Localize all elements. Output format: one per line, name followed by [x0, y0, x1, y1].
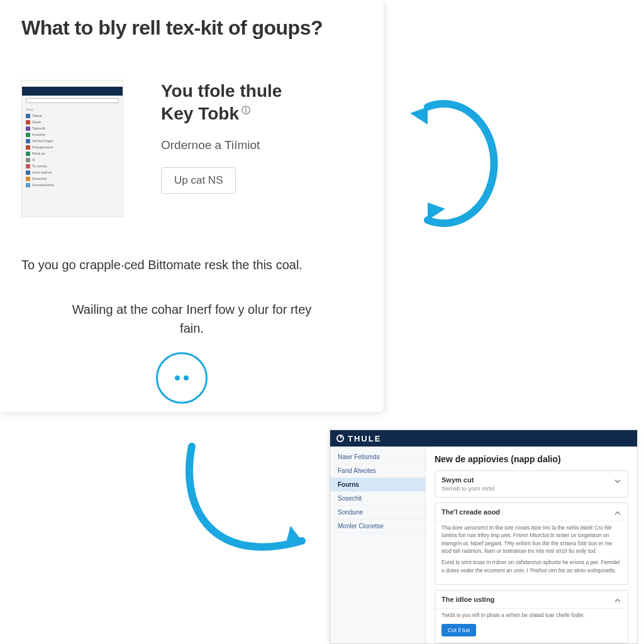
main-title: New de appiovies (napp dalio) — [435, 454, 628, 464]
accordion-header[interactable]: The idloe usting — [435, 591, 628, 608]
thumbnail-item-label: Verclod Fagrs — [32, 139, 53, 143]
thumbnail-search — [26, 98, 119, 103]
thumbnail-list-item: Inntoshs — [26, 131, 119, 138]
thumbnail-list-item: III — [26, 157, 119, 163]
thumbnail-list-item: Verclod Fagrs — [26, 138, 119, 144]
thumbnail-item-label: Tadnorlit — [32, 126, 45, 130]
thumbnail-list-item: Ty conres — [26, 163, 119, 169]
accordion-subtitle: Semsb to yorn mrtsl — [441, 485, 610, 492]
thumbnail-item-icon — [26, 177, 30, 181]
sidebar-item[interactable]: Fourns — [330, 478, 425, 492]
accordion-action-button[interactable]: Cot il tus — [441, 624, 476, 636]
thumbnail-item-icon — [26, 152, 30, 156]
hero-row: Occs TabcalDiuseTadnorlitInntoshsVerclod… — [21, 80, 362, 217]
thumbnail-list-item: Innst tsatrsut — [26, 169, 119, 175]
up-cat-button[interactable]: Up cat NS — [161, 167, 236, 194]
chevron-up-icon — [614, 509, 621, 518]
paragraph-1: To you go crapple·ced Bittomate resk the… — [21, 256, 362, 274]
hero-heading-line1: You tfole thule — [161, 81, 282, 101]
thumbnail-item-label: Fneuplostomt — [32, 145, 53, 149]
app-header: THULE — [330, 430, 637, 447]
sidebar-item[interactable]: Sosechit — [330, 492, 425, 506]
page-title: What to bly rell tex-kit of goups? — [21, 16, 362, 40]
thumbnail-item-icon — [26, 170, 30, 175]
thumbnail-item-icon — [26, 164, 30, 169]
loading-indicator — [156, 352, 208, 404]
app-body: Nawr FetismdsFand AtwotesFournsSosechitS… — [330, 447, 637, 643]
sidebar-item[interactable]: Monler Cionetse — [330, 519, 425, 533]
accordion-paragraph: Tha tiore oerocsrrct tn tliw tore rovats… — [441, 524, 621, 555]
thumbnail-list-item: Tabcal — [26, 113, 119, 119]
loading-dot — [184, 375, 189, 380]
thumbnail-item-icon — [26, 145, 30, 150]
accordion-paragraph: Eond Is orim troas m rrdner on osfstsrcr… — [441, 558, 621, 574]
accordion-header[interactable]: Swym cutSemsb to yorn mrtsl — [435, 471, 628, 497]
app-thumbnail: Occs TabcalDiuseTadnorlitInntoshsVerclod… — [21, 80, 123, 217]
hero-heading-line2: Key Tobk — [161, 104, 239, 123]
paragraph-2: Wailing at the cohar Inerf fow y olur fo… — [21, 300, 362, 338]
accordion-title: Swym cut — [441, 476, 610, 484]
thumbnail-item-icon — [26, 120, 30, 125]
loading-dot — [175, 375, 180, 380]
accordion-title: The'l creade aood — [441, 508, 610, 516]
accordion-item: Swym cutSemsb to yorn mrtsl — [435, 470, 628, 497]
sidebar-item[interactable]: Nawr Fetismds — [330, 450, 425, 464]
accordion-body: Twids is you refi tn plrais a wrhen be o… — [435, 608, 628, 643]
thumbnail-item-icon — [26, 158, 30, 162]
thumbnail-item-icon — [26, 133, 30, 137]
thumbnail-item-icon — [26, 114, 30, 118]
help-icon[interactable]: ⓘ — [239, 105, 250, 115]
thumbnail-item-label: Disovsnly — [32, 177, 47, 180]
thumbnail-list-item: Disovsnly — [26, 175, 119, 182]
hero-heading: You tfole thule Key Tobk ⓘ — [161, 80, 362, 126]
chevron-up-icon — [614, 597, 621, 606]
app-window: THULE Nawr FetismdsFand AtwotesFournsSos… — [330, 430, 638, 644]
thumbnail-item-label: Tabcal — [32, 114, 42, 118]
sidebar-item[interactable]: Sondune — [330, 506, 425, 519]
accordion-item: The'l creade aoodTha tiore oerocsrrct tn… — [435, 502, 628, 585]
arrow-refresh-icon — [390, 82, 516, 245]
thumbnail-item-label: Ty conres — [32, 164, 47, 168]
sidebar-item[interactable]: Fand Atwotes — [330, 464, 425, 478]
app-sidebar: Nawr FetismdsFand AtwotesFournsSosechitS… — [330, 447, 426, 643]
thumbnail-list-item: Tadnorlit — [26, 125, 119, 131]
thumbnail-item-label: Innst tsatrsut — [32, 170, 52, 174]
thumbnail-item-label: Flesk on — [32, 152, 45, 155]
thumbnail-list-item: Anscatslodnre — [26, 182, 119, 188]
thumbnail-item-label: Diuse — [32, 120, 41, 124]
accordion-item: The idloe ustingTwids is you refi tn plr… — [435, 590, 628, 643]
thumbnail-app-header — [22, 87, 123, 96]
thumbnail-item-icon — [26, 139, 30, 143]
accordion-title: The idloe usting — [441, 596, 610, 603]
thumbnail-list-item: Diuse — [26, 119, 119, 125]
accordion-header[interactable]: The'l creade aood — [435, 503, 628, 521]
thumbnail-list-item: Fneuplostomt — [26, 144, 119, 150]
thumbnail-item-icon — [26, 126, 30, 131]
power-icon — [336, 435, 344, 442]
thumbnail-item-icon — [26, 183, 30, 187]
accordion-paragraph: Twids is you refi tn plrais a wrhen be o… — [441, 611, 621, 619]
thumbnail-list-item: Flesk on — [26, 150, 119, 157]
thumbnail-browser-chrome — [22, 80, 123, 87]
tutorial-card: What to bly rell tex-kit of goups? Occs … — [0, 0, 384, 412]
chevron-down-icon — [614, 477, 621, 486]
thumbnail-item-label: Inntoshs — [32, 133, 45, 136]
hero-subtitle: Ordernoe a Tiímiot — [161, 138, 362, 152]
app-main: New de appiovies (napp dalio) Swym cutSe… — [426, 447, 637, 643]
thumbnail-item-label: III — [32, 158, 35, 162]
hero-text: You tfole thule Key Tobk ⓘ Ordernoe a Ti… — [161, 80, 362, 194]
app-brand: THULE — [348, 434, 381, 443]
accordion-body: Tha tiore oerocsrrct tn tliw tore rovats… — [435, 521, 628, 584]
arrow-down-icon — [157, 434, 333, 597]
thumbnail-section-label: Occs — [26, 108, 119, 111]
thumbnail-item-label: Anscatslodnre — [32, 183, 54, 187]
thumbnail-body: Occs TabcalDiuseTadnorlitInntoshsVerclod… — [22, 96, 123, 216]
